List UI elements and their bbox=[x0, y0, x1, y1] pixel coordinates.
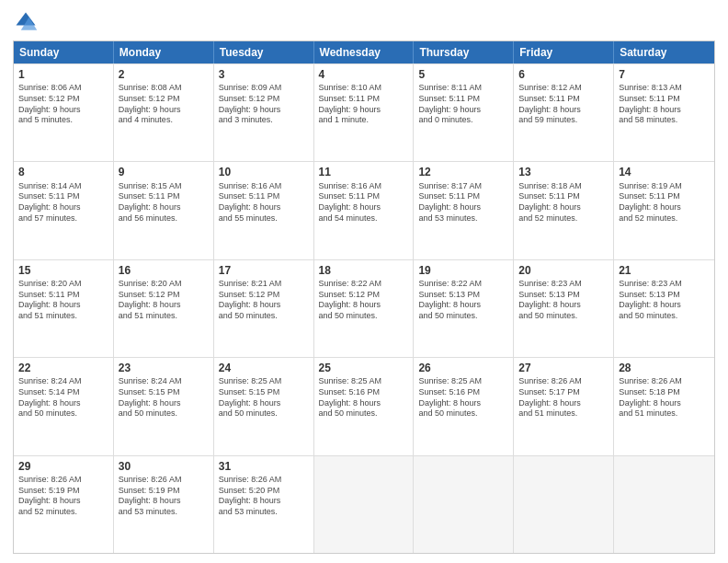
day-number: 22 bbox=[18, 361, 108, 375]
calendar-cell: 25Sunrise: 8:25 AMSunset: 5:16 PMDayligh… bbox=[314, 358, 415, 454]
header bbox=[13, 9, 715, 35]
day-number: 25 bbox=[319, 361, 409, 375]
cell-details: Sunrise: 8:06 AMSunset: 5:12 PMDaylight:… bbox=[18, 83, 108, 126]
cell-details: Sunrise: 8:12 AMSunset: 5:11 PMDaylight:… bbox=[518, 83, 609, 126]
calendar-header: SundayMondayTuesdayWednesdayThursdayFrid… bbox=[14, 41, 714, 63]
cell-details: Sunrise: 8:22 AMSunset: 5:12 PMDaylight:… bbox=[319, 279, 409, 322]
calendar-cell: 29Sunrise: 8:26 AMSunset: 5:19 PMDayligh… bbox=[14, 456, 114, 553]
calendar-cell: 23Sunrise: 8:24 AMSunset: 5:15 PMDayligh… bbox=[114, 358, 214, 454]
calendar-cell: 7Sunrise: 8:13 AMSunset: 5:11 PMDaylight… bbox=[614, 64, 714, 161]
day-number: 16 bbox=[119, 263, 209, 278]
day-number: 23 bbox=[119, 361, 209, 375]
day-number: 30 bbox=[119, 459, 209, 474]
day-header-tuesday: Tuesday bbox=[214, 41, 314, 63]
calendar-cell: 11Sunrise: 8:16 AMSunset: 5:11 PMDayligh… bbox=[314, 162, 415, 259]
calendar-cell: 3Sunrise: 8:09 AMSunset: 5:12 PMDaylight… bbox=[214, 64, 314, 161]
calendar-cell: 19Sunrise: 8:22 AMSunset: 5:13 PMDayligh… bbox=[414, 260, 514, 357]
day-number: 21 bbox=[619, 263, 710, 278]
calendar-row: 8Sunrise: 8:14 AMSunset: 5:11 PMDaylight… bbox=[14, 161, 714, 259]
day-number: 10 bbox=[219, 165, 309, 179]
cell-details: Sunrise: 8:26 AMSunset: 5:19 PMDaylight:… bbox=[119, 475, 209, 518]
day-number: 17 bbox=[219, 263, 309, 278]
day-header-sunday: Sunday bbox=[14, 41, 114, 63]
day-number: 12 bbox=[418, 165, 508, 179]
calendar-cell: 16Sunrise: 8:20 AMSunset: 5:12 PMDayligh… bbox=[114, 260, 214, 357]
calendar: SundayMondayTuesdayWednesdayThursdayFrid… bbox=[13, 40, 715, 554]
day-number: 1 bbox=[18, 67, 108, 82]
day-number: 29 bbox=[18, 459, 108, 474]
calendar-cell: 2Sunrise: 8:08 AMSunset: 5:12 PMDaylight… bbox=[114, 64, 214, 161]
calendar-cell: 9Sunrise: 8:15 AMSunset: 5:11 PMDaylight… bbox=[114, 162, 214, 259]
calendar-cell: 28Sunrise: 8:26 AMSunset: 5:18 PMDayligh… bbox=[614, 358, 714, 454]
cell-details: Sunrise: 8:25 AMSunset: 5:16 PMDaylight:… bbox=[418, 376, 508, 419]
cell-details: Sunrise: 8:20 AMSunset: 5:11 PMDaylight:… bbox=[18, 279, 108, 322]
calendar-cell: 31Sunrise: 8:26 AMSunset: 5:20 PMDayligh… bbox=[214, 456, 314, 553]
calendar-cell: 24Sunrise: 8:25 AMSunset: 5:15 PMDayligh… bbox=[214, 358, 314, 454]
calendar-cell: 15Sunrise: 8:20 AMSunset: 5:11 PMDayligh… bbox=[14, 260, 114, 357]
cell-details: Sunrise: 8:16 AMSunset: 5:11 PMDaylight:… bbox=[319, 181, 409, 224]
day-header-saturday: Saturday bbox=[614, 41, 714, 63]
cell-details: Sunrise: 8:26 AMSunset: 5:19 PMDaylight:… bbox=[18, 475, 108, 518]
calendar-cell: 12Sunrise: 8:17 AMSunset: 5:11 PMDayligh… bbox=[414, 162, 514, 259]
day-header-friday: Friday bbox=[514, 41, 614, 63]
calendar-row: 29Sunrise: 8:26 AMSunset: 5:19 PMDayligh… bbox=[14, 455, 714, 553]
day-header-thursday: Thursday bbox=[414, 41, 514, 63]
day-header-wednesday: Wednesday bbox=[314, 41, 415, 63]
cell-details: Sunrise: 8:11 AMSunset: 5:11 PMDaylight:… bbox=[418, 83, 508, 126]
logo bbox=[13, 9, 42, 35]
day-number: 9 bbox=[119, 165, 209, 179]
day-number: 11 bbox=[319, 165, 409, 179]
day-number: 6 bbox=[518, 67, 609, 82]
day-number: 28 bbox=[619, 361, 710, 375]
cell-details: Sunrise: 8:22 AMSunset: 5:13 PMDaylight:… bbox=[418, 279, 508, 322]
cell-details: Sunrise: 8:25 AMSunset: 5:16 PMDaylight:… bbox=[319, 376, 409, 419]
day-number: 18 bbox=[319, 263, 409, 278]
cell-details: Sunrise: 8:26 AMSunset: 5:17 PMDaylight:… bbox=[518, 376, 609, 419]
cell-details: Sunrise: 8:14 AMSunset: 5:11 PMDaylight:… bbox=[18, 181, 108, 224]
cell-details: Sunrise: 8:17 AMSunset: 5:11 PMDaylight:… bbox=[418, 181, 508, 224]
calendar-row: 1Sunrise: 8:06 AMSunset: 5:12 PMDaylight… bbox=[14, 63, 714, 161]
cell-details: Sunrise: 8:16 AMSunset: 5:11 PMDaylight:… bbox=[219, 181, 309, 224]
day-number: 4 bbox=[319, 67, 409, 82]
day-header-monday: Monday bbox=[114, 41, 214, 63]
day-number: 8 bbox=[18, 165, 108, 179]
calendar-cell bbox=[514, 456, 614, 553]
calendar-cell: 1Sunrise: 8:06 AMSunset: 5:12 PMDaylight… bbox=[14, 64, 114, 161]
day-number: 15 bbox=[18, 263, 108, 278]
calendar-cell bbox=[314, 456, 415, 553]
day-number: 7 bbox=[619, 67, 710, 82]
calendar-cell: 17Sunrise: 8:21 AMSunset: 5:12 PMDayligh… bbox=[214, 260, 314, 357]
day-number: 3 bbox=[219, 67, 309, 82]
calendar-cell: 27Sunrise: 8:26 AMSunset: 5:17 PMDayligh… bbox=[514, 358, 614, 454]
cell-details: Sunrise: 8:24 AMSunset: 5:14 PMDaylight:… bbox=[18, 376, 108, 419]
cell-details: Sunrise: 8:23 AMSunset: 5:13 PMDaylight:… bbox=[518, 279, 609, 322]
day-number: 5 bbox=[418, 67, 508, 82]
cell-details: Sunrise: 8:25 AMSunset: 5:15 PMDaylight:… bbox=[219, 376, 309, 419]
day-number: 31 bbox=[219, 459, 309, 474]
cell-details: Sunrise: 8:10 AMSunset: 5:11 PMDaylight:… bbox=[319, 83, 409, 126]
calendar-cell: 10Sunrise: 8:16 AMSunset: 5:11 PMDayligh… bbox=[214, 162, 314, 259]
page: SundayMondayTuesdayWednesdayThursdayFrid… bbox=[0, 0, 728, 563]
calendar-body: 1Sunrise: 8:06 AMSunset: 5:12 PMDaylight… bbox=[14, 63, 714, 553]
calendar-cell: 14Sunrise: 8:19 AMSunset: 5:11 PMDayligh… bbox=[614, 162, 714, 259]
calendar-row: 15Sunrise: 8:20 AMSunset: 5:11 PMDayligh… bbox=[14, 259, 714, 357]
cell-details: Sunrise: 8:18 AMSunset: 5:11 PMDaylight:… bbox=[518, 181, 609, 224]
day-number: 20 bbox=[518, 263, 609, 278]
cell-details: Sunrise: 8:26 AMSunset: 5:18 PMDaylight:… bbox=[619, 376, 710, 419]
calendar-cell bbox=[414, 456, 514, 553]
cell-details: Sunrise: 8:15 AMSunset: 5:11 PMDaylight:… bbox=[119, 181, 209, 224]
calendar-cell: 8Sunrise: 8:14 AMSunset: 5:11 PMDaylight… bbox=[14, 162, 114, 259]
logo-icon bbox=[13, 9, 39, 35]
calendar-cell: 4Sunrise: 8:10 AMSunset: 5:11 PMDaylight… bbox=[314, 64, 415, 161]
day-number: 24 bbox=[219, 361, 309, 375]
day-number: 14 bbox=[619, 165, 710, 179]
calendar-cell: 13Sunrise: 8:18 AMSunset: 5:11 PMDayligh… bbox=[514, 162, 614, 259]
calendar-cell bbox=[614, 456, 714, 553]
day-number: 13 bbox=[518, 165, 609, 179]
cell-details: Sunrise: 8:20 AMSunset: 5:12 PMDaylight:… bbox=[119, 279, 209, 322]
day-number: 2 bbox=[119, 67, 209, 82]
calendar-row: 22Sunrise: 8:24 AMSunset: 5:14 PMDayligh… bbox=[14, 357, 714, 454]
cell-details: Sunrise: 8:26 AMSunset: 5:20 PMDaylight:… bbox=[219, 475, 309, 518]
day-number: 27 bbox=[518, 361, 609, 375]
cell-details: Sunrise: 8:09 AMSunset: 5:12 PMDaylight:… bbox=[219, 83, 309, 126]
